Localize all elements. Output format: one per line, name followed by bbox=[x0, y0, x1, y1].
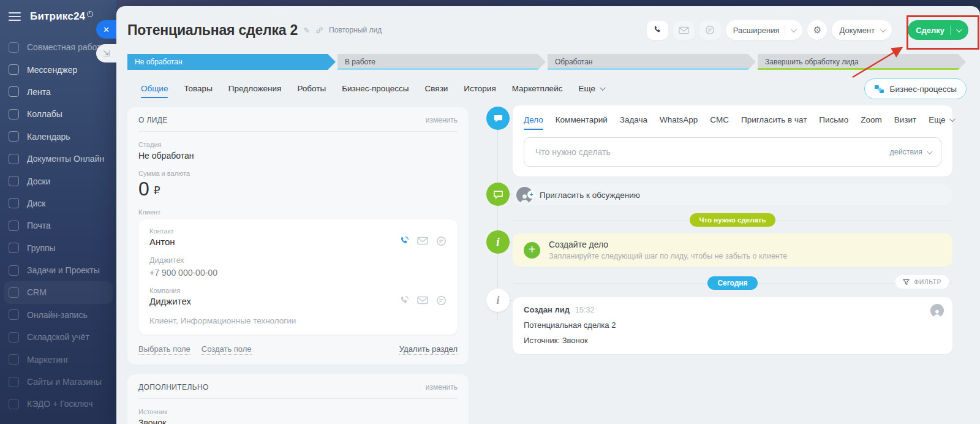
detail-tab[interactable]: Предложения bbox=[228, 77, 282, 102]
stage-field-value[interactable]: Не обработан bbox=[138, 151, 458, 161]
today-pill[interactable]: Сегодня bbox=[707, 276, 757, 290]
detail-tab[interactable]: Бизнес-процессы bbox=[342, 77, 409, 102]
stage-step[interactable]: В работе bbox=[337, 54, 546, 70]
sidebar-item[interactable]: Почта bbox=[0, 214, 116, 237]
collaboration-icon bbox=[9, 42, 19, 53]
phone-icon[interactable] bbox=[399, 295, 409, 306]
activity-chat-icon bbox=[486, 107, 510, 130]
settings-button[interactable]: ⚙ bbox=[807, 20, 827, 40]
activity-tab[interactable]: Еще bbox=[929, 113, 953, 130]
phone-icon[interactable] bbox=[399, 236, 409, 246]
activity-tab[interactable]: Пригласить в чат bbox=[741, 113, 807, 130]
contact-actions bbox=[399, 236, 447, 246]
panel-header: Потенциальная сделка 2 ✎ Повторный лид bbox=[127, 18, 968, 42]
chat-button[interactable] bbox=[699, 21, 721, 40]
sidebar-item-label: КЭДО + Госключ bbox=[27, 399, 92, 409]
activity-tab[interactable]: Дело bbox=[524, 113, 543, 130]
lead-fields-column: О ЛИДЕ изменить Стадия Не обработан Сумм… bbox=[127, 107, 469, 424]
log-info-icon: i bbox=[486, 289, 510, 312]
sidebar-item[interactable]: Календарь bbox=[0, 126, 116, 148]
extensions-dropdown[interactable]: Расширения bbox=[726, 20, 803, 40]
activity-tab[interactable]: Задача bbox=[620, 113, 647, 130]
amount-field-label: Сумма и валюта bbox=[138, 170, 458, 177]
add-activity-button[interactable]: + bbox=[524, 242, 540, 259]
sidebar-item[interactable]: КЭДО + Госключ bbox=[0, 393, 116, 415]
detail-tab[interactable]: Связи bbox=[425, 77, 448, 102]
invite-to-discussion[interactable]: + Пригласить к обсуждению bbox=[513, 184, 952, 205]
sidebar-item-label: Почта bbox=[27, 221, 51, 230]
sidebar-item[interactable]: Складской учёт bbox=[0, 326, 116, 348]
contact-phone[interactable]: +7 900 000-00-00 bbox=[149, 268, 447, 278]
todo-input[interactable] bbox=[534, 146, 883, 157]
sidebar-item-label: Календарь bbox=[27, 132, 70, 142]
sidebar-item[interactable]: Коллабы bbox=[0, 103, 116, 125]
sidebar-item[interactable]: CRM bbox=[4, 281, 113, 303]
source-field-value[interactable]: Звонок bbox=[138, 418, 458, 424]
create-field-link[interactable]: Создать поле bbox=[202, 344, 252, 355]
delete-section-link[interactable]: Удалить раздел bbox=[399, 344, 458, 355]
create-activity-title[interactable]: Создайте дело bbox=[549, 240, 787, 249]
stage-label: Обработан bbox=[555, 58, 593, 66]
envelope-icon[interactable] bbox=[417, 296, 428, 305]
edit-section-link[interactable]: изменить bbox=[426, 116, 458, 124]
close-button[interactable]: ✕ bbox=[96, 20, 116, 39]
funnel-icon bbox=[903, 279, 910, 286]
hamburger-menu-icon[interactable] bbox=[9, 12, 21, 21]
sidebar-item[interactable]: Лента bbox=[0, 81, 116, 103]
contact-name[interactable]: Антон bbox=[149, 237, 175, 247]
close-icon: ✕ bbox=[103, 25, 110, 34]
edit-title-icon[interactable]: ✎ bbox=[303, 26, 310, 35]
detail-tab[interactable]: История bbox=[464, 77, 496, 102]
sidebar-item[interactable]: Маркетинг bbox=[0, 348, 116, 370]
call-button[interactable] bbox=[647, 21, 668, 40]
activity-tab[interactable]: Комментарий bbox=[556, 113, 608, 130]
sidebar-item-label: Группы bbox=[27, 243, 56, 253]
messenger-icon[interactable] bbox=[436, 236, 447, 246]
envelope-icon[interactable] bbox=[417, 237, 428, 245]
document-dropdown[interactable]: Документ bbox=[832, 20, 892, 40]
envelope-icon bbox=[679, 26, 689, 34]
phone-icon bbox=[652, 25, 662, 35]
email-button[interactable] bbox=[673, 21, 695, 40]
todo-hint-pill[interactable]: Что нужно сделать bbox=[690, 213, 775, 227]
sidebar-item[interactable]: Диск bbox=[0, 192, 116, 214]
stage-step[interactable]: Не обработан bbox=[127, 54, 336, 70]
select-field-link[interactable]: Выбрать поле bbox=[138, 344, 190, 355]
collapse-button[interactable]: ⇲ bbox=[96, 44, 116, 62]
detail-tab[interactable]: Маркетплейс bbox=[512, 77, 563, 102]
gear-icon: ⚙ bbox=[813, 25, 821, 36]
activity-tab[interactable]: Письмо bbox=[819, 113, 848, 130]
actions-dropdown[interactable]: действия bbox=[889, 148, 931, 156]
detail-tab[interactable]: Общие bbox=[141, 77, 168, 102]
detail-tab[interactable]: Роботы bbox=[297, 77, 326, 102]
detail-tab[interactable]: Еще bbox=[578, 77, 603, 102]
sidebar-item[interactable]: Сайты и Магазины bbox=[0, 371, 116, 393]
timeline-log-entry[interactable]: Создан лид 15:32 Потенциальная сделка 2 … bbox=[513, 297, 952, 354]
company-description: Клиент, Информационные технологии bbox=[149, 316, 447, 325]
sidebar-item[interactable]: Задачи и Проекты bbox=[0, 259, 116, 281]
messenger-icon[interactable] bbox=[436, 295, 447, 306]
activity-tab[interactable]: WhatsApp bbox=[660, 113, 698, 130]
activity-tab[interactable]: СМС bbox=[710, 113, 729, 130]
stage-step[interactable]: Завершить обработку лида bbox=[758, 54, 966, 70]
log-line: Потенциальная сделка 2 bbox=[524, 320, 941, 330]
link-icon[interactable] bbox=[315, 26, 323, 34]
activity-tab[interactable]: Zoom bbox=[861, 113, 882, 130]
sidebar-item[interactable]: Доски bbox=[0, 170, 116, 192]
amount-field-value[interactable]: 0 ₽ bbox=[138, 178, 458, 199]
company-name[interactable]: Диджитех bbox=[149, 296, 191, 306]
stage-step[interactable]: Обработан bbox=[548, 54, 756, 70]
sidebar-item[interactable]: Группы bbox=[0, 237, 116, 259]
filter-button[interactable]: ФИЛЬТР bbox=[895, 275, 949, 289]
sidebar-item[interactable]: Документы Онлайн bbox=[0, 148, 116, 170]
edit-section-link[interactable]: изменить bbox=[426, 383, 458, 392]
create-deal-button[interactable]: Сделку bbox=[908, 20, 968, 40]
sidebar-item[interactable]: Мессенджер bbox=[0, 58, 116, 80]
chevron-down-icon bbox=[791, 26, 797, 32]
detail-tab[interactable]: Товары bbox=[184, 77, 212, 102]
business-process-button[interactable]: Бизнес-процессы bbox=[864, 78, 967, 99]
sidebar-item[interactable]: Онлайн-запись bbox=[0, 304, 116, 326]
documents-icon bbox=[9, 154, 19, 164]
activity-tab[interactable]: Визит bbox=[894, 113, 916, 130]
sidebar-item-label: Задачи и Проекты bbox=[27, 265, 100, 275]
